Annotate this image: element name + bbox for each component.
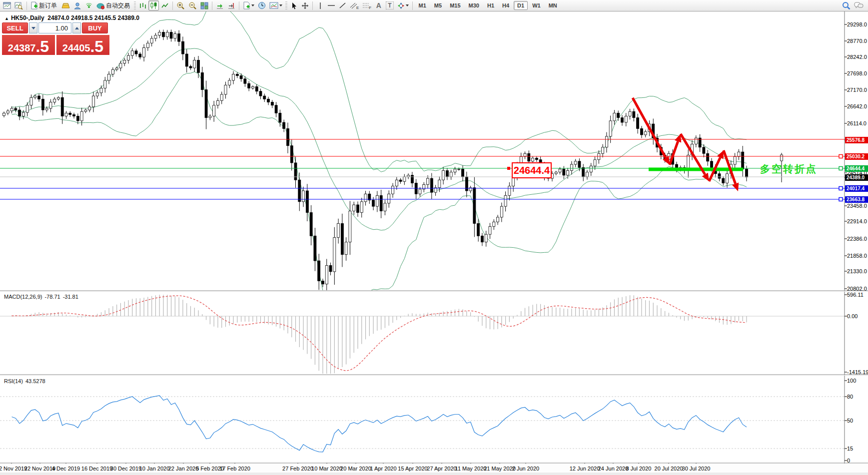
toolbar-separator [412, 1, 413, 10]
charts-window-icon[interactable] [1, 0, 12, 10]
window-bottom-strip [0, 473, 868, 475]
volume-input[interactable] [38, 22, 71, 33]
caret-down-icon [406, 4, 409, 6]
equidistant-channel-icon[interactable]: E [348, 0, 360, 10]
tile-windows-icon[interactable] [199, 0, 210, 10]
fibonacci-glyph: F [369, 5, 371, 10]
timeframe-button-mn[interactable]: MN [545, 1, 561, 10]
clock-icon[interactable] [256, 0, 267, 10]
toolbar-separator [26, 1, 27, 10]
buy-price: 24405 [62, 42, 90, 53]
new-order-button[interactable]: 新订单 [29, 0, 59, 10]
sell-price: 24387 [8, 42, 36, 53]
bar-chart-icon[interactable] [137, 0, 148, 10]
toolbar-separator [172, 1, 173, 10]
volume-decrease-button[interactable] [29, 22, 37, 33]
autotrading-button[interactable]: 自动交易 [95, 0, 132, 10]
macd-indicator-label: MACD(12,26,9)-78.71-31.81 [4, 294, 81, 300]
ohlc-low: 24145.5 [94, 14, 116, 21]
rsi-value: 43.5278 [25, 378, 45, 384]
vertical-line-icon[interactable] [315, 0, 325, 10]
one-click-trading-panel: SELL BUY 24387.5 24405.5 [2, 22, 112, 55]
ohlc-close: 24389.0 [118, 14, 139, 21]
timeframe-button-m5[interactable]: M5 [431, 1, 445, 10]
new-order-label: 新订单 [39, 1, 57, 10]
symbol-marker-icon: ▲ [4, 16, 9, 21]
timeframe-button-m30[interactable]: M30 [465, 1, 483, 10]
timeframe-button-m1[interactable]: M1 [415, 1, 430, 10]
caret-down-icon [279, 4, 282, 6]
sell-price-fraction: .5 [35, 39, 49, 53]
rsi-name: RSI(14) [4, 378, 23, 384]
toolbar-drag-handle[interactable] [285, 1, 287, 9]
buy-button[interactable]: BUY [82, 22, 108, 33]
gold-icon[interactable] [60, 0, 71, 10]
rsi-indicator-label: RSI(14)43.5278 [4, 378, 48, 384]
toolbar-separator [212, 1, 212, 10]
zoom-in-icon[interactable] [175, 0, 186, 10]
ohlc-open: 24874.0 [47, 14, 69, 21]
toolbar: 新订单 自动交易 [0, 0, 868, 11]
toolbar-drag-handle[interactable] [134, 1, 136, 9]
signal-icon[interactable] [83, 0, 94, 10]
new-chart-icon[interactable] [241, 0, 256, 10]
triangle-up-icon [75, 27, 79, 29]
template-icon[interactable] [268, 0, 284, 10]
crosshair-icon[interactable] [300, 0, 310, 10]
fibonacci-icon[interactable]: F [361, 0, 373, 10]
toolbar-separator [312, 1, 313, 10]
buy-price-fraction: .5 [90, 39, 103, 53]
chart-shift-icon[interactable] [226, 0, 237, 10]
buy-price-box[interactable]: 24405.5 [56, 35, 109, 55]
autoscroll-icon[interactable] [214, 0, 225, 10]
caret-down-icon [251, 4, 254, 6]
timeframe-button-h1[interactable]: H1 [484, 1, 498, 10]
timeframe-group: M1M5M15M30H1H4D1W1MN [415, 1, 561, 10]
timeframe-button-w1[interactable]: W1 [529, 1, 544, 10]
zoom-out-icon[interactable] [187, 0, 198, 10]
channel-glyph: E [356, 5, 359, 10]
community-icon[interactable] [72, 0, 83, 10]
text-icon[interactable]: A [373, 0, 384, 10]
turning-point-annotation[interactable]: 多空转折点 [760, 162, 818, 176]
autotrading-label: 自动交易 [106, 1, 130, 10]
toolbar-separator [239, 1, 239, 10]
chart-canvas[interactable] [0, 0, 868, 475]
symbol-period: HK50-,Daily [11, 14, 44, 21]
search-icon[interactable] [841, 0, 852, 10]
trading-app-window: 新订单 自动交易 [0, 0, 868, 475]
timeframe-button-m15[interactable]: M15 [446, 1, 464, 10]
trendline-icon[interactable] [337, 0, 348, 10]
macd-name: MACD(12,26,9) [4, 294, 42, 300]
text-glyph: A [376, 1, 381, 9]
timeframe-button-d1[interactable]: D1 [514, 1, 528, 10]
horizontal-line-icon[interactable] [326, 0, 337, 10]
chart-title: ▲HK50-,Daily 24874.0 24918.5 24145.5 243… [4, 14, 139, 21]
line-chart-icon[interactable] [159, 0, 170, 10]
date-axis[interactable] [0, 464, 868, 473]
macd-value-signal: -31.81 [63, 294, 78, 300]
label-glyph: T [386, 1, 393, 9]
profile-icon[interactable] [13, 0, 24, 10]
cursor-icon[interactable] [289, 0, 299, 10]
candlestick-chart-icon[interactable] [148, 0, 159, 10]
timeframe-button-h4[interactable]: H4 [499, 1, 513, 10]
volume-increase-button[interactable] [72, 22, 81, 33]
sell-price-box[interactable]: 24387.5 [2, 35, 55, 55]
macd-value-main: -78.71 [44, 294, 60, 300]
sell-button[interactable]: SELL [2, 22, 28, 33]
triangle-down-icon [31, 27, 35, 29]
text-label-icon[interactable]: T [384, 0, 395, 10]
chat-icon[interactable] [853, 0, 865, 10]
price-level-callout[interactable]: 24644.4 [512, 162, 552, 178]
arrows-shapes-icon[interactable] [396, 0, 410, 10]
ohlc-high: 24918.5 [71, 14, 92, 21]
